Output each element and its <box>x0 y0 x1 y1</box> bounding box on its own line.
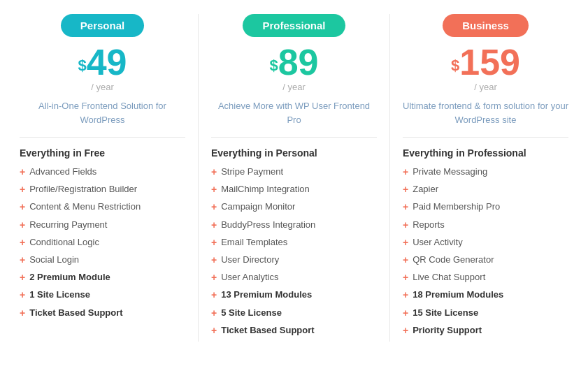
feature-label: 15 Site License <box>413 307 478 319</box>
business-price: $159 <box>451 44 520 80</box>
plus-icon: + <box>20 200 25 213</box>
feature-label: Reports <box>413 219 445 231</box>
feature-label: 5 Site License <box>221 307 282 319</box>
list-item: +Ticket Based Support <box>20 307 185 319</box>
professional-feature-list: +Stripe Payment+MailChimp Integration+Ca… <box>211 166 377 337</box>
list-item: +15 Site License <box>403 307 568 319</box>
business-dollar: $ <box>451 57 459 74</box>
professional-divider <box>211 137 377 138</box>
feature-label: Profile/Registration Builder <box>29 183 137 196</box>
feature-label: User Directory <box>221 254 279 266</box>
feature-label: 13 Premium Modules <box>221 289 312 301</box>
list-item: +Email Templates <box>211 236 377 249</box>
list-item: +QR Code Generator <box>403 254 568 266</box>
list-item: +Recurring Payment <box>20 219 185 231</box>
list-item: +BuddyPress Integration <box>211 219 377 231</box>
feature-label: Recurring Payment <box>29 219 107 231</box>
professional-amount: 89 <box>278 42 319 82</box>
list-item: +18 Premium Modules <box>403 289 568 301</box>
plus-icon: + <box>403 166 408 178</box>
list-item: +Stripe Payment <box>211 166 377 178</box>
plus-icon: + <box>211 271 217 284</box>
feature-label: Stripe Payment <box>221 166 283 178</box>
feature-label: Private Messaging <box>413 166 487 178</box>
plus-icon: + <box>20 236 25 249</box>
plus-icon: + <box>403 200 408 213</box>
professional-badge[interactable]: Professional <box>243 14 345 37</box>
professional-dollar: $ <box>269 57 278 74</box>
personal-feature-list: +Advanced Fields+Profile/Registration Bu… <box>20 166 185 319</box>
list-item: +Zapier <box>403 183 568 196</box>
feature-label: Ticket Based Support <box>221 324 314 337</box>
personal-amount: 49 <box>87 42 127 82</box>
plus-icon: + <box>211 289 217 301</box>
plus-icon: + <box>20 307 25 319</box>
feature-label: Ticket Based Support <box>29 307 122 319</box>
feature-label: Priority Support <box>413 324 482 337</box>
list-item: +13 Premium Modules <box>211 289 377 301</box>
personal-period: / year <box>91 82 114 92</box>
feature-label: User Activity <box>413 236 463 249</box>
plus-icon: + <box>20 271 25 284</box>
feature-label: Live Chat Support <box>413 271 485 284</box>
plus-icon: + <box>211 307 217 319</box>
feature-label: User Analytics <box>221 271 278 284</box>
feature-label: QR Code Generator <box>413 254 494 266</box>
list-item: +Paid Membership Pro <box>403 200 568 213</box>
list-item: +Reports <box>403 219 568 231</box>
personal-features-section: Everything in Free+Advanced Fields+Profi… <box>20 147 185 324</box>
plus-icon: + <box>403 219 408 231</box>
professional-price: $89 <box>269 44 318 80</box>
personal-badge[interactable]: Personal <box>61 14 144 37</box>
feature-label: 1 Site License <box>29 289 90 301</box>
list-item: +1 Site License <box>20 289 185 301</box>
list-item: +Ticket Based Support <box>211 324 377 337</box>
business-amount: 159 <box>459 42 520 82</box>
list-item: +Live Chat Support <box>403 271 568 284</box>
plus-icon: + <box>20 183 25 196</box>
business-feature-list: +Private Messaging+Zapier+Paid Membershi… <box>403 166 568 337</box>
plan-col-professional: Professional$89/ yearAchieve More with W… <box>199 14 390 342</box>
list-item: +Profile/Registration Builder <box>20 183 185 196</box>
plan-col-business: Business$159/ yearUltimate frontend & fo… <box>390 14 581 342</box>
plus-icon: + <box>211 236 217 249</box>
business-everything-label: Everything in Professional <box>403 147 568 159</box>
plus-icon: + <box>211 324 217 337</box>
plus-icon: + <box>20 166 25 178</box>
feature-label: Zapier <box>413 183 438 196</box>
list-item: +Conditional Logic <box>20 236 185 249</box>
feature-label: MailChimp Integration <box>221 183 309 196</box>
list-item: +User Directory <box>211 254 377 266</box>
plus-icon: + <box>211 166 217 178</box>
personal-divider <box>20 137 185 138</box>
personal-description: All-in-One Frontend Solution for WordPre… <box>20 99 185 127</box>
plus-icon: + <box>211 183 217 196</box>
business-features-section: Everything in Professional+Private Messa… <box>403 147 568 342</box>
list-item: +Content & Menu Restriction <box>20 200 185 213</box>
feature-label: Content & Menu Restriction <box>29 200 141 213</box>
pricing-table: Personal$49/ yearAll-in-One Frontend Sol… <box>0 0 588 356</box>
plus-icon: + <box>211 219 217 231</box>
professional-description: Achieve More with WP User Frontend Pro <box>211 99 377 127</box>
personal-dollar: $ <box>78 57 86 74</box>
feature-label: Advanced Fields <box>29 166 96 178</box>
feature-label: Paid Membership Pro <box>413 200 500 213</box>
list-item: +2 Premium Module <box>20 271 185 284</box>
feature-label: Email Templates <box>221 236 287 249</box>
list-item: +Social Login <box>20 254 185 266</box>
business-badge[interactable]: Business <box>443 14 529 37</box>
personal-price: $49 <box>78 44 127 80</box>
feature-label: Social Login <box>29 254 79 266</box>
feature-label: BuddyPress Integration <box>221 219 315 231</box>
plus-icon: + <box>403 307 408 319</box>
list-item: +Advanced Fields <box>20 166 185 178</box>
business-divider <box>403 137 568 138</box>
professional-features-section: Everything in Personal+Stripe Payment+Ma… <box>211 147 377 342</box>
list-item: +User Activity <box>403 236 568 249</box>
plan-col-personal: Personal$49/ yearAll-in-One Frontend Sol… <box>7 14 199 342</box>
feature-label: 2 Premium Module <box>29 271 110 284</box>
plus-icon: + <box>20 289 25 301</box>
business-description: Ultimate frontend & form solution for yo… <box>403 99 568 127</box>
professional-everything-label: Everything in Personal <box>211 147 377 159</box>
feature-label: 18 Premium Modules <box>413 289 503 301</box>
